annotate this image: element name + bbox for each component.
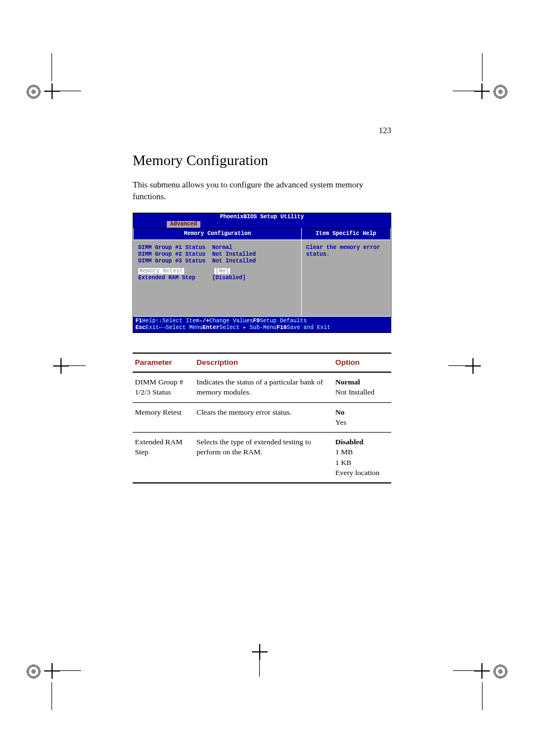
- table-row: DIMM Group # 1/2/3 Status Indicates the …: [133, 372, 391, 402]
- bios-tab-row: Advanced: [133, 221, 391, 228]
- option-cell: No Yes: [333, 402, 391, 432]
- desc-cell: Indicates the status of a particular ban…: [194, 372, 333, 402]
- bios-item-selected[interactable]: Memory Retest [No]: [138, 268, 297, 275]
- table-row: Memory Retest Clears the memory error st…: [133, 402, 391, 432]
- bios-screenshot: PhoenixBIOS Setup Utility Advanced Memor…: [133, 213, 391, 333]
- crop-mark: [252, 644, 285, 678]
- option-cell: Normal Not Installed: [333, 372, 391, 402]
- crop-mark: [53, 358, 87, 392]
- bios-help-heading: Item Specific Help: [302, 228, 391, 240]
- page-content: 123 Memory Configuration This submenu al…: [133, 126, 391, 483]
- page-title: Memory Configuration: [133, 152, 391, 169]
- param-cell: Memory Retest: [133, 402, 194, 432]
- bios-title: PhoenixBIOS Setup Utility: [133, 213, 391, 221]
- bios-item[interactable]: DIMM Group #2 Status Not Installed: [138, 251, 297, 258]
- crop-mark: [475, 76, 509, 109]
- crop-mark: [447, 358, 481, 392]
- table-header-row: Parameter Description Option: [133, 353, 391, 372]
- page-number: 123: [133, 126, 391, 135]
- bios-item[interactable]: DIMM Group #1 Status Normal: [138, 245, 297, 251]
- crop-mark: [475, 655, 509, 689]
- param-cell: Extended RAM Step: [133, 433, 194, 483]
- parameter-table: Parameter Description Option DIMM Group …: [133, 353, 391, 483]
- bios-left-pane: DIMM Group #1 Status Normal DIMM Group #…: [133, 240, 302, 317]
- table-header-parameter: Parameter: [133, 353, 194, 372]
- bios-help-body: Clear the memory error status.: [302, 240, 391, 317]
- option-cell: Disabled 1 MB 1 KB Every location: [333, 433, 391, 483]
- bios-footer: F1 Help ↑↓ Select Item -/+ Change Values…: [133, 317, 391, 332]
- table-header-option: Option: [333, 353, 391, 372]
- table-row: Extended RAM Step Selects the type of ex…: [133, 433, 391, 483]
- param-cell: DIMM Group # 1/2/3 Status: [133, 372, 194, 402]
- bios-item[interactable]: DIMM Group #3 Status Not Installed: [138, 258, 297, 265]
- desc-cell: Clears the memory error status.: [194, 402, 333, 432]
- table-header-description: Description: [194, 353, 333, 372]
- bios-panel-heading: Memory Configuration: [133, 228, 302, 240]
- crop-mark: [25, 655, 59, 689]
- intro-text: This submenu allows you to configure the…: [133, 179, 391, 203]
- crop-mark: [25, 76, 59, 109]
- bios-tab-advanced[interactable]: Advanced: [167, 221, 200, 228]
- desc-cell: Selects the type of extended testing to …: [194, 433, 333, 483]
- bios-item[interactable]: Extended RAM Step [Disabled]: [138, 275, 297, 281]
